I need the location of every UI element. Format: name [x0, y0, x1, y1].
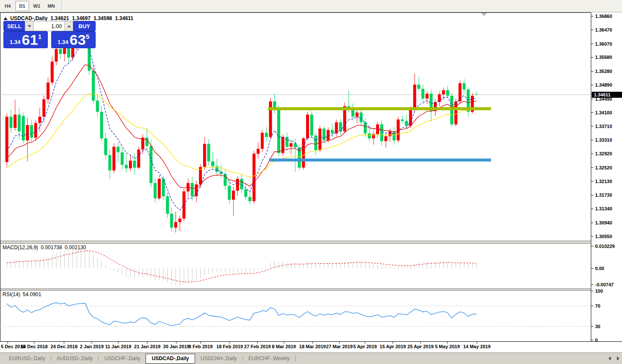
tab-usdcad[interactable]: USDCAD-,Daily: [146, 354, 195, 364]
tab-scroll-right-icon[interactable]: [617, 356, 619, 361]
candle: [356, 113, 359, 117]
candle: [269, 102, 272, 137]
price-axis-label: 1.34890: [595, 82, 612, 87]
macd-name: MACD(12,26,9): [3, 245, 38, 250]
candle: [121, 152, 124, 165]
symbol-tab-bar: EURUSD-,Daily AUDUSD-,Daily USDCHF-,Dail…: [0, 352, 622, 364]
candle: [26, 125, 29, 140]
chart-ohlc-row: USDCAD-,Daily 1.34621 1.34697 1.34598 1.…: [3, 15, 136, 21]
price-axis-label: 1.36860: [595, 14, 612, 19]
candle: [359, 113, 362, 122]
tab-audusd[interactable]: AUDUSD-,Daily: [51, 354, 99, 363]
candle: [125, 165, 128, 168]
rsi-axis-label: 70: [595, 303, 600, 309]
candle: [426, 94, 429, 99]
price-axis-label: 1.32520: [595, 165, 612, 170]
price-axis-label: 1.32130: [595, 179, 612, 184]
time-axis-label: 8 Feb 2019: [189, 344, 213, 349]
time-axis-label: 5 May 2019: [435, 344, 460, 349]
time-axis-label: 11 Jan 2019: [105, 344, 131, 349]
autoscroll-icon[interactable]: [481, 13, 487, 16]
price-axis-label: 1.30940: [595, 220, 612, 225]
panel-collapse-icon[interactable]: [3, 17, 8, 20]
sell-price-pip: 1: [38, 33, 41, 40]
price-axis-label: 1.34100: [595, 110, 612, 115]
time-axis-label: 14 May 2019: [463, 344, 491, 349]
tab-usdchf[interactable]: USDCHF-,Daily: [99, 354, 146, 363]
trading-terminal-window: H4 D1 W1 MN 1.368601.364701.360701.35680…: [0, 0, 622, 364]
candle: [380, 124, 383, 141]
price-axis-label: 1.36070: [595, 41, 612, 47]
rsi-axis-label: 0: [595, 338, 598, 343]
volume-up-button[interactable]: [64, 21, 73, 31]
candle: [458, 83, 461, 102]
volume-control: [25, 21, 73, 31]
candle: [38, 116, 41, 123]
buy-price-pip: 5: [86, 33, 89, 40]
candle: [129, 161, 132, 169]
time-axis-label: 2 Jan 2019: [80, 344, 104, 349]
tab-scroll-left-icon[interactable]: [608, 356, 611, 361]
candle: [92, 71, 95, 101]
tab-usdcnh[interactable]: USDCNH-,Daily: [195, 354, 242, 363]
candle: [96, 101, 99, 112]
buy-price-button[interactable]: 1.34635: [51, 31, 96, 48]
candle: [141, 138, 144, 150]
candle: [331, 130, 334, 134]
candle: [117, 147, 120, 152]
candle: [195, 184, 198, 196]
candle: [294, 143, 297, 148]
sell-button[interactable]: SELL: [3, 21, 25, 31]
candle: [244, 189, 247, 197]
candle: [154, 183, 157, 198]
tab-eurusd[interactable]: EURUSD-,Daily: [3, 354, 51, 363]
candle: [55, 49, 58, 61]
candle: [146, 138, 149, 146]
macd-axis-label: 0.010229: [595, 244, 615, 249]
price-axis-label: 1.33710: [595, 124, 612, 129]
price-axis-label: 1.31730: [595, 192, 612, 198]
tab-eurchf[interactable]: EURCHF-,Weekly: [243, 354, 295, 363]
price-axis-label: 1.31340: [595, 206, 612, 211]
candle: [240, 179, 243, 189]
candle: [335, 122, 338, 134]
candle: [302, 138, 305, 168]
sell-price-button[interactable]: 1.34611: [3, 31, 48, 48]
candle: [100, 112, 103, 138]
candle: [30, 125, 33, 137]
price-axis-label: 1.32920: [595, 151, 612, 156]
time-axis-label: 27 Feb 2019: [244, 344, 271, 349]
candle: [376, 124, 379, 134]
candle: [6, 116, 9, 162]
candle: [401, 119, 404, 121]
candle: [224, 174, 227, 186]
candle: [211, 161, 214, 166]
volume-input[interactable]: [34, 21, 64, 31]
buy-button[interactable]: BUY: [73, 21, 96, 31]
tab-scroll-controls: [608, 356, 619, 361]
candle: [409, 109, 412, 126]
candle: [51, 61, 54, 82]
macd-indicator-label: MACD(12,26,9) 0.001738 0.002130: [3, 245, 89, 250]
ohlc-close-value: 1.34611: [115, 15, 134, 21]
chart-symbol-label: USDCAD-,Daily: [10, 15, 47, 21]
spinner-down-icon: [28, 25, 31, 27]
candle: [149, 146, 152, 183]
price-axis-label: 1.33310: [595, 137, 612, 143]
rsi-value: 54.0901: [23, 291, 41, 297]
macd-main-value: 0.001738: [41, 245, 62, 250]
candle: [207, 144, 210, 161]
volume-down-button[interactable]: [25, 21, 34, 31]
time-axis-label: 24 Dec 2018: [51, 344, 78, 349]
candle: [112, 147, 115, 171]
time-axis-label: 18 Feb 2019: [216, 344, 243, 349]
current-price-badge: 1.34611: [592, 92, 622, 98]
candle: [137, 149, 140, 168]
candle: [327, 130, 330, 141]
spinner-up-icon: [67, 25, 71, 27]
rsi-axis-label: 100: [595, 288, 603, 294]
time-axis-label: 5 Apr 2019: [353, 344, 377, 349]
chart-canvas[interactable]: 1.368601.364701.360701.356801.352801.348…: [0, 0, 622, 352]
time-axis-label: 27 Mar 2019: [326, 344, 353, 349]
time-axis-label: 21 Jan 2019: [134, 344, 161, 349]
